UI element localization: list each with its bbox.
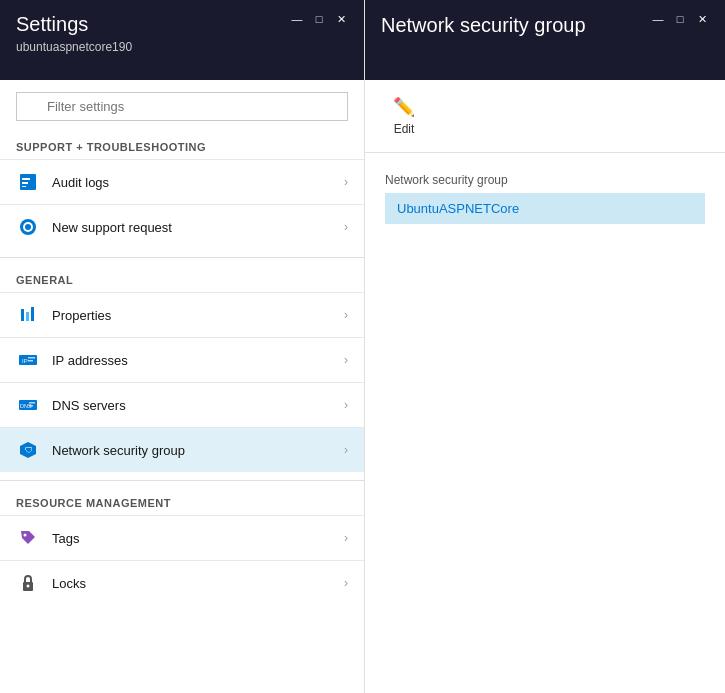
sidebar-item-new-support-request[interactable]: New support request › [0, 204, 364, 249]
right-content: Network security group UbuntuASPNETCore [365, 153, 725, 693]
right-maximize-button[interactable]: □ [673, 12, 687, 26]
svg-rect-3 [22, 186, 26, 187]
locks-icon [16, 571, 40, 595]
locks-chevron: › [344, 576, 348, 590]
section-resource-management-header: RESOURCE MANAGEMENT [0, 489, 364, 515]
right-close-button[interactable]: ✕ [695, 12, 709, 26]
properties-chevron: › [344, 308, 348, 322]
divider-2 [0, 480, 364, 481]
search-wrapper: 🔍 [16, 92, 348, 121]
nsg-field-value[interactable]: UbuntuASPNETCore [385, 193, 705, 224]
right-minimize-button[interactable]: — [651, 12, 665, 26]
maximize-button[interactable]: □ [312, 12, 326, 26]
left-titlebar: Settings ubuntuaspnetcore190 — □ ✕ [0, 0, 364, 80]
sidebar-item-tags[interactable]: Tags › [0, 515, 364, 560]
svg-point-6 [25, 224, 31, 230]
svg-text:🛡: 🛡 [25, 446, 33, 455]
left-panel: Settings ubuntuaspnetcore190 — □ ✕ 🔍 SUP… [0, 0, 365, 693]
app-container: Settings ubuntuaspnetcore190 — □ ✕ 🔍 SUP… [0, 0, 725, 693]
minimize-button[interactable]: — [290, 12, 304, 26]
right-window-controls: — □ ✕ [651, 12, 709, 26]
right-toolbar: ✏️ Edit [365, 80, 725, 153]
ip-addresses-label: IP addresses [52, 353, 344, 368]
tags-icon [16, 526, 40, 550]
sidebar-item-properties[interactable]: Properties › [0, 292, 364, 337]
nsg-field-label: Network security group [385, 173, 705, 187]
left-window-controls: — □ ✕ [290, 12, 348, 26]
support-request-chevron: › [344, 220, 348, 234]
sidebar-item-locks[interactable]: Locks › [0, 560, 364, 605]
right-panel-title: Network security group [381, 12, 586, 38]
left-panel-subtitle: ubuntuaspnetcore190 [16, 40, 132, 54]
sidebar-item-network-security-group[interactable]: 🛡 Network security group › [0, 427, 364, 472]
audit-logs-label: Audit logs [52, 175, 344, 190]
sidebar-item-ip-addresses[interactable]: IP IP addresses › [0, 337, 364, 382]
tags-label: Tags [52, 531, 344, 546]
svg-rect-9 [31, 307, 34, 321]
audit-icon [16, 170, 40, 194]
right-titlebar: Network security group — □ ✕ [365, 0, 725, 80]
ip-addresses-chevron: › [344, 353, 348, 367]
nsg-icon: 🛡 [16, 438, 40, 462]
edit-label: Edit [394, 122, 415, 136]
svg-text:IP: IP [22, 358, 28, 364]
sidebar-item-dns-servers[interactable]: DNS DNS servers › [0, 382, 364, 427]
left-panel-title: Settings [16, 12, 132, 36]
dns-icon: DNS [16, 393, 40, 417]
dns-servers-label: DNS servers [52, 398, 344, 413]
svg-rect-7 [21, 309, 24, 321]
svg-rect-16 [29, 402, 35, 404]
section-support-header: SUPPORT + TROUBLESHOOTING [0, 133, 364, 159]
svg-rect-2 [22, 182, 28, 184]
edit-icon: ✏️ [393, 96, 415, 118]
left-title-content: Settings ubuntuaspnetcore190 [16, 12, 132, 54]
section-general-header: GENERAL [0, 266, 364, 292]
locks-label: Locks [52, 576, 344, 591]
network-security-group-label: Network security group [52, 443, 344, 458]
tags-chevron: › [344, 531, 348, 545]
svg-rect-1 [22, 178, 30, 180]
support-icon [16, 215, 40, 239]
right-panel: Network security group — □ ✕ ✏️ Edit Net… [365, 0, 725, 693]
svg-rect-13 [28, 360, 33, 362]
properties-icon [16, 303, 40, 327]
svg-rect-12 [28, 357, 35, 359]
support-request-label: New support request [52, 220, 344, 235]
close-button[interactable]: ✕ [334, 12, 348, 26]
ip-icon: IP [16, 348, 40, 372]
dns-servers-chevron: › [344, 398, 348, 412]
svg-point-22 [27, 585, 30, 588]
svg-rect-8 [26, 312, 29, 321]
sidebar-item-audit-logs[interactable]: Audit logs › [0, 159, 364, 204]
search-area: 🔍 [0, 80, 364, 133]
properties-label: Properties [52, 308, 344, 323]
svg-rect-17 [29, 405, 33, 407]
filter-settings-input[interactable] [16, 92, 348, 121]
audit-logs-chevron: › [344, 175, 348, 189]
divider-1 [0, 257, 364, 258]
svg-point-20 [24, 534, 27, 537]
edit-button[interactable]: ✏️ Edit [385, 92, 423, 140]
network-security-group-chevron: › [344, 443, 348, 457]
